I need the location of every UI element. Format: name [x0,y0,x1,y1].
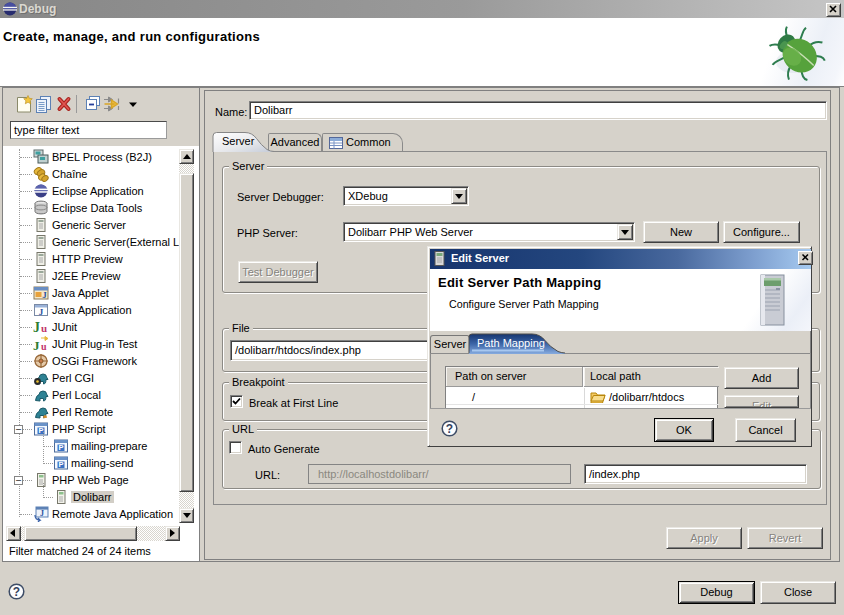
svg-text:Path Mapping: Path Mapping [477,337,545,349]
svg-text:J: J [33,320,40,335]
svg-text:?: ? [446,422,453,436]
svg-text:P: P [58,460,63,469]
svg-text:J: J [42,290,47,300]
svg-text:J: J [40,509,44,518]
svg-text:u: u [41,341,47,352]
svg-text:?: ? [13,585,20,599]
svg-text:J: J [33,338,40,352]
svg-text:P: P [58,443,63,452]
svg-text:u: u [41,322,47,334]
svg-text:Server: Server [222,135,255,147]
svg-text:J: J [39,307,44,317]
